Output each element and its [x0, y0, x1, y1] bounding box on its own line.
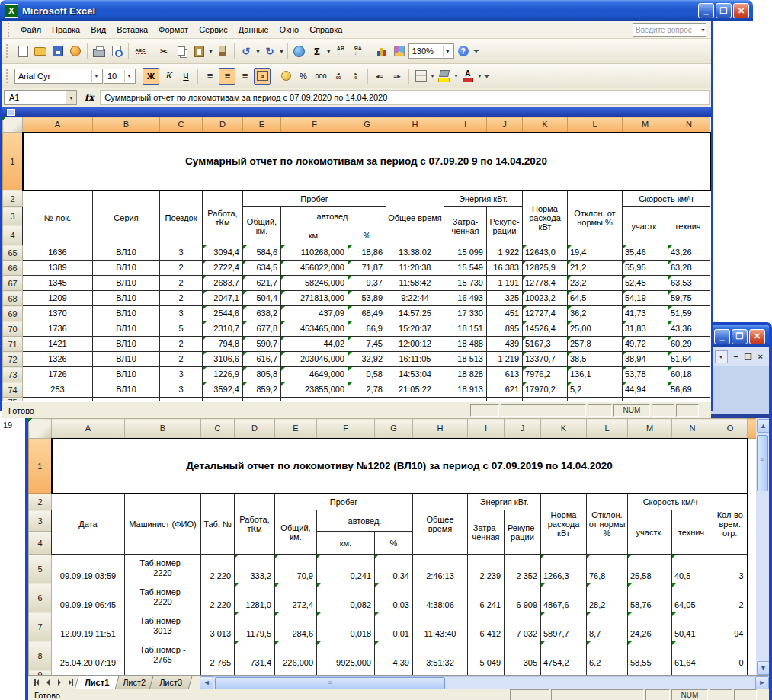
redo-dropdown-icon[interactable]: ▼ [279, 49, 284, 54]
zoom-select[interactable]: 130% ▼ [408, 43, 454, 59]
column-header-I[interactable]: I [468, 419, 505, 439]
cell[interactable]: 35,46 [623, 245, 668, 261]
cell[interactable]: Таб.номер - 2765 [125, 641, 201, 670]
cell[interactable]: 5 [160, 321, 203, 337]
cell[interactable]: 40,5 [672, 555, 713, 583]
cell[interactable]: 44,94 [623, 382, 668, 398]
scroll-up-icon[interactable]: ▲ [757, 419, 769, 433]
cell[interactable] [281, 398, 348, 402]
col-header-energiya[interactable]: Энергия кВт. [444, 190, 523, 207]
menu-Вид[interactable]: Вид [85, 24, 111, 36]
cell[interactable]: 56,69 [668, 382, 710, 398]
chevron-down-icon[interactable]: ▼ [700, 27, 706, 33]
cell[interactable]: 203046,000 [281, 352, 348, 367]
cell[interactable]: 43,36 [668, 321, 710, 337]
new-document-icon[interactable] [14, 43, 31, 59]
row-header[interactable]: 72 [3, 352, 23, 367]
cell[interactable]: 2 [160, 291, 203, 306]
cell[interactable]: 3 013 [201, 612, 235, 641]
column-header-M[interactable]: M [628, 419, 672, 439]
cell[interactable]: 1 191 [487, 276, 523, 291]
cell[interactable]: 0,01 [375, 612, 413, 641]
column-header-A[interactable]: A [52, 419, 125, 439]
align-right-button[interactable]: ≡ [236, 68, 253, 85]
cell[interactable]: 59,75 [668, 291, 710, 306]
print-icon[interactable] [91, 43, 107, 59]
row-header[interactable]: 5 [29, 555, 52, 583]
cell[interactable]: 15 739 [444, 276, 487, 291]
cell[interactable]: 12:00:12 [386, 337, 444, 352]
scroll-down-icon[interactable]: ▼ [757, 661, 769, 675]
row-header[interactable]: 74 [3, 382, 23, 398]
row-header[interactable]: 65 [3, 245, 23, 261]
vertical-scrollbar[interactable]: ▲ ▼ [756, 418, 769, 676]
cell[interactable]: 0,58 [348, 367, 386, 382]
cell[interactable]: 271813,000 [281, 291, 348, 306]
scroll-left-icon[interactable]: ◄ [200, 676, 213, 689]
row-header[interactable]: 4 [29, 532, 52, 555]
cell[interactable]: ВЛ10 [93, 291, 160, 306]
cell[interactable]: ВЛ10 [93, 382, 160, 398]
row-header[interactable]: 3 [3, 207, 23, 225]
cell[interactable]: 621 [487, 382, 523, 398]
cell[interactable]: 305 [505, 641, 541, 670]
row-header[interactable]: 66 [3, 261, 23, 276]
cell[interactable]: 49,72 [623, 337, 668, 352]
formula-input[interactable]: Суммарный отчет по локомотивам за период… [100, 90, 710, 105]
cell[interactable]: 7 032 [505, 612, 541, 641]
hyperlink-icon[interactable] [291, 43, 308, 59]
col-header-obshee-vremya[interactable]: Общее время [413, 494, 468, 555]
menu-Правка[interactable]: Правка [46, 24, 85, 36]
cell[interactable]: 38,5 [568, 352, 623, 367]
autosum-dropdown-icon[interactable]: ▼ [326, 49, 332, 54]
cell[interactable]: ВЛ10 [93, 261, 160, 276]
cell[interactable]: 4649,000 [281, 367, 348, 382]
row-header[interactable]: 2 [3, 190, 23, 207]
bold-button[interactable]: Ж [143, 68, 159, 85]
cell[interactable] [386, 398, 444, 402]
name-box[interactable]: A1 ▼ [4, 90, 77, 105]
col-header-skorost[interactable]: Скорость км/ч [628, 494, 713, 510]
col-header-rekuperacii[interactable]: Рекупе- рации [487, 207, 523, 245]
col-header-tab-no[interactable]: Таб. № [201, 494, 235, 555]
cell[interactable]: Таб.номер - 2220 [125, 555, 201, 583]
underline-button[interactable]: Ч [178, 68, 194, 85]
cell[interactable] [748, 494, 757, 555]
cell[interactable]: 6,2 [587, 641, 628, 670]
cell[interactable] [93, 398, 160, 402]
cell[interactable]: 638,2 [243, 306, 281, 321]
col-header-tehnich[interactable]: технич. [672, 510, 713, 555]
cell[interactable]: 14526,4 [523, 321, 568, 337]
toolbar-options-icon[interactable]: ▬▼ [483, 69, 491, 84]
cell[interactable] [748, 612, 757, 641]
cell[interactable]: 12778,4 [523, 276, 568, 291]
cell[interactable]: 17 330 [444, 306, 487, 321]
col-header-zatrachennaya[interactable]: Затра- ченная [468, 510, 505, 555]
font-name-select[interactable]: Arial Cyr ▼ [14, 69, 103, 84]
select-all-corner[interactable] [29, 419, 52, 439]
cell[interactable]: Таб.номер - 3013 [125, 612, 201, 641]
prev-sheet-button[interactable] [43, 677, 53, 688]
cell[interactable]: 2:46:13 [413, 555, 468, 583]
column-header-K[interactable]: K [541, 419, 587, 439]
insert-function-icon[interactable]: fx [85, 92, 94, 103]
column-header-A[interactable]: A [23, 117, 93, 133]
cell[interactable]: 3 [160, 245, 203, 261]
cell[interactable]: 1266,3 [541, 555, 587, 583]
close-button[interactable]: ✕ [733, 3, 749, 18]
borders-dropdown-icon[interactable]: ▼ [430, 73, 435, 78]
cell[interactable]: 453465,000 [281, 321, 348, 337]
decrease-decimal-icon[interactable]: ▸0 [348, 68, 364, 85]
column-header-C[interactable]: C [201, 419, 235, 439]
column-header-D[interactable]: D [203, 117, 243, 133]
cell[interactable]: 63,53 [668, 276, 710, 291]
print-preview-icon[interactable] [108, 43, 125, 59]
col-header-skorost[interactable]: Скорость км/ч [623, 190, 710, 207]
cell[interactable]: 55,95 [623, 261, 668, 276]
cell[interactable]: 5167,3 [523, 337, 568, 352]
row-header[interactable]: 69 [3, 306, 23, 321]
col-header-mashinist[interactable]: Машинист (ФИО) [125, 494, 201, 555]
cell[interactable]: 110268,000 [281, 245, 348, 261]
child-minimize-button[interactable]: – [734, 352, 738, 361]
fill-color-button[interactable] [436, 68, 453, 85]
